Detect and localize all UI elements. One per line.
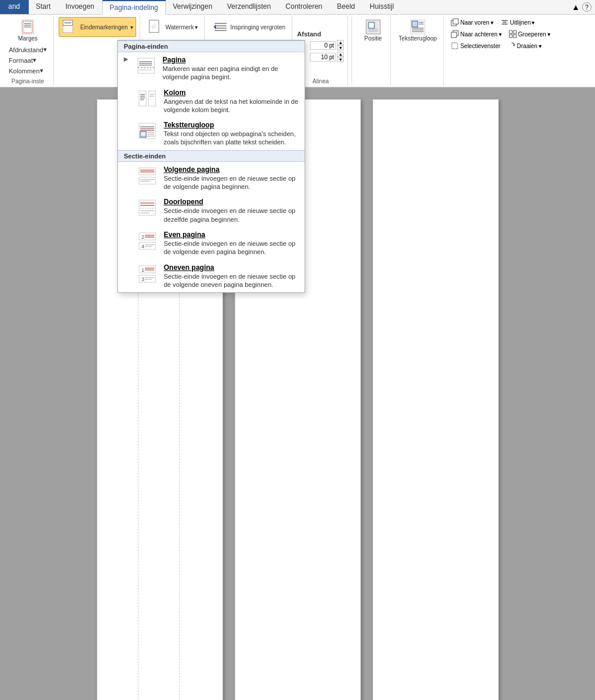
svg-rect-47 — [148, 91, 155, 106]
naar-achteren-label: Naar achteren — [460, 31, 497, 38]
svg-rect-46 — [139, 91, 146, 106]
minimize-icon[interactable]: ▲ — [572, 2, 580, 12]
pagina-text: Pagina Markeren waar een pagina eindigt … — [163, 56, 299, 82]
dropdown-item-kolom[interactable]: Kolom Aangeven dat de tekst na het kolom… — [118, 85, 305, 118]
ribbon-divider-1 — [351, 17, 352, 84]
schikken-top: Naar voren ▾ Uitlijnen ▾ Naar achteren ▾ — [448, 17, 552, 76]
dropdown-item-even-pagina[interactable]: 2 4 Even pagina Sectie-einde invoegen en… — [118, 227, 305, 260]
inspringing-button[interactable]: Inspringing vergroten — [209, 17, 288, 37]
afstand-na-up[interactable]: ▲ — [337, 52, 344, 57]
tekstterugloop-button[interactable]: Tekstterugloop — [395, 17, 440, 43]
svg-rect-7 — [63, 26, 72, 33]
naar-voren-button[interactable]: Naar voren ▾ — [448, 17, 495, 28]
kolom-title: Kolom — [164, 89, 299, 97]
marges-button[interactable]: Marges — [15, 17, 40, 43]
tab-verzendlijsten[interactable]: Verzendlijsten — [220, 0, 279, 14]
tekstterugloop-top: Tekstterugloop — [395, 17, 440, 76]
naar-voren-label: Naar voren — [460, 19, 489, 26]
svg-marker-15 — [214, 25, 216, 29]
draaien-button[interactable]: Draaien ▾ — [505, 40, 544, 51]
oneven-pagina-desc: Sectie-einde invoegen en de nieuwe secti… — [164, 272, 299, 289]
volgende-pagina-desc: Sectie-einde invoegen en de nieuwe secti… — [164, 174, 299, 191]
afstand-voor-input[interactable] — [310, 41, 336, 50]
doorlopend-icon — [137, 198, 158, 219]
positie-top: Positie — [361, 17, 385, 76]
afstand-na-spinners: ▲ ▼ — [337, 52, 344, 62]
tab-and[interactable]: and — [0, 0, 29, 14]
ribbon-group-positie: Positie x — [356, 16, 391, 86]
doorlopend-text: Doorlopend Sectie-einde invoegen en de n… — [164, 198, 299, 224]
kolom-text: Kolom Aangeven dat de tekst na het kolom… — [164, 89, 299, 114]
svg-rect-34 — [509, 31, 512, 33]
uitlijnen-label: Uitlijnen — [510, 19, 531, 26]
svg-rect-17 — [369, 22, 374, 28]
afstand-voor-spinners: ▲ ▼ — [337, 40, 344, 50]
pagina-instelling-buttons: Marges Afdrukstand ▾ Formaat ▾ Kolommen … — [6, 17, 50, 76]
svg-rect-37 — [513, 35, 516, 38]
svg-rect-36 — [509, 35, 512, 38]
afdrukstand-button[interactable]: Afdrukstand ▾ — [6, 45, 50, 55]
selectievenster-button[interactable]: Selectievenster — [448, 40, 502, 51]
afstand-label: Afstand — [297, 31, 321, 39]
tekstterugloop-menu-text: Tekstterugloop Tekst rond objecten op we… — [164, 121, 299, 147]
pagina-arrow: ▶ — [124, 56, 130, 62]
dropdown-item-oneven-pagina[interactable]: 1 3 Oneven pagina Sectie-einde invoegen … — [118, 260, 305, 293]
svg-rect-33 — [451, 32, 457, 38]
volgende-pagina-text: Volgende pagina Sectie-einde invoegen en… — [164, 165, 299, 191]
tab-start[interactable]: Start — [29, 0, 58, 14]
marges-label: Marges — [18, 35, 38, 42]
positie-button[interactable]: Positie — [361, 17, 385, 43]
watermerk-arrow: ▾ — [195, 24, 198, 31]
oneven-pagina-text: Oneven pagina Sectie-einde invoegen en d… — [164, 263, 299, 289]
tab-huisstijl[interactable]: Huisstijl — [363, 0, 401, 14]
ribbon-tabs: and Start Invoegen Pagina-indeling Verwi… — [0, 0, 595, 15]
watermerk-button[interactable]: W Watermerk ▾ — [145, 17, 201, 37]
dropdown-item-tekstterugloop[interactable]: Tekstterugloop Tekst rond objecten op we… — [118, 117, 305, 150]
svg-rect-35 — [513, 31, 516, 33]
help-icon[interactable]: ? — [582, 2, 591, 12]
eindemarkeringen-label: Eindemarkeringen — [80, 24, 128, 31]
dropdown-item-pagina[interactable]: ▶ Pagina Markeren waar een pagina eindig… — [118, 52, 305, 85]
afstand-voor-up[interactable]: ▲ — [337, 40, 344, 45]
tab-pagina-indeling[interactable]: Pagina-indeling — [102, 0, 166, 15]
dropdown-item-doorlopend[interactable]: Doorlopend Sectie-einde invoegen en de n… — [118, 194, 305, 227]
tab-beeld[interactable]: Beeld — [330, 0, 363, 14]
volgende-pagina-title: Volgende pagina — [164, 165, 299, 174]
afstand-voor-down[interactable]: ▼ — [337, 45, 344, 50]
ribbon-group-tekstterugloop: Tekstterugloop x — [392, 16, 444, 86]
tab-verwijzingen[interactable]: Verwijzingen — [166, 0, 220, 14]
svg-marker-39 — [513, 44, 515, 46]
oneven-pagina-title: Oneven pagina — [164, 263, 299, 272]
svg-text:4: 4 — [141, 244, 144, 249]
groeperen-label: Groeperen — [518, 31, 546, 38]
naar-achteren-button[interactable]: Naar achteren ▾ — [448, 29, 503, 39]
formaat-button[interactable]: Formaat ▾ — [6, 55, 50, 65]
groeperen-button[interactable]: Groeperen ▾ — [506, 29, 553, 39]
kolommen-button[interactable]: Kolommen ▾ — [6, 66, 50, 76]
svg-text:1: 1 — [141, 267, 144, 273]
pagina-desc: Markeren waar een pagina eindigt en de v… — [163, 65, 299, 82]
doc-page-right — [373, 99, 499, 700]
tekstterugloop-menu-title: Tekstterugloop — [164, 121, 299, 129]
eindemarkeringen-dropdown: Pagina-einden ▶ Pagina Markeren waar een… — [117, 40, 305, 293]
doorlopend-title: Doorlopend — [164, 198, 299, 206]
svg-rect-63 — [139, 168, 155, 175]
afstand-na-input[interactable] — [310, 53, 336, 62]
pagina-einden-header: Pagina-einden — [118, 40, 305, 52]
svg-rect-66 — [139, 177, 155, 184]
watermerk-label: Watermerk — [165, 24, 194, 31]
sectie-einden-header: Sectie-einden — [118, 150, 305, 162]
even-pagina-title: Even pagina — [164, 231, 299, 239]
eindemarkeringen-button[interactable]: Eindemarkeringen ▾ — [59, 17, 136, 37]
tab-invoegen[interactable]: Invoegen — [58, 0, 102, 14]
eindemarkeringen-arrow: ▾ — [130, 24, 133, 31]
svg-rect-38 — [452, 43, 458, 49]
tekstterugloop-menu-desc: Tekst rond objecten op webpagina's schei… — [164, 130, 299, 147]
dropdown-item-volgende-pagina[interactable]: Volgende pagina Sectie-einde invoegen en… — [118, 162, 305, 195]
tekstterugloop-label: Tekstterugloop — [398, 35, 437, 42]
tab-controleren[interactable]: Controleren — [279, 0, 330, 14]
afstand-na-down[interactable]: ▼ — [337, 57, 344, 62]
inspringing-label: Inspringing vergroten — [230, 24, 285, 31]
uitlijnen-button[interactable]: Uitlijnen ▾ — [498, 17, 537, 28]
svg-text:3: 3 — [141, 276, 144, 282]
